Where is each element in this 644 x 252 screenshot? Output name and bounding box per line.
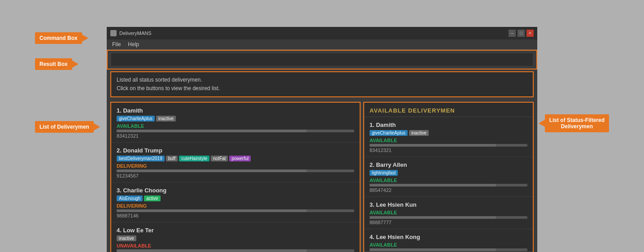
status-label: DELIVERING xyxy=(117,203,354,209)
deliveryman-name: 4. Lee Hsien Kong xyxy=(370,234,527,240)
phone-number: 98887146 xyxy=(117,213,354,218)
list-item[interactable]: 2. Barry AllenlightningfastAVAILABLE8854… xyxy=(364,157,533,197)
phone-number: 88887777 xyxy=(370,220,527,225)
tag: bestDeliveryman2019 xyxy=(117,156,165,161)
tags-row: inactive xyxy=(117,235,354,241)
right-panel-list: 1. DamithgiveCharlieAplusinactiveAVAILAB… xyxy=(364,117,533,252)
tag: inactive xyxy=(156,116,176,122)
menu-bar: File Help xyxy=(107,39,537,50)
annotation-result-box: Result Box xyxy=(35,58,72,70)
phone-number: 83412321 xyxy=(370,148,527,153)
menu-file[interactable]: File xyxy=(112,41,121,48)
annotation-filtered-list: List of Status-FilteredDeliverymen xyxy=(545,114,609,132)
result-line1: Listed all status sorted deliverymen. xyxy=(117,76,527,84)
tag: buff xyxy=(166,156,178,161)
result-line2: Click on the buttons to view the desired… xyxy=(117,84,527,93)
deliveryman-name: 1. Damith xyxy=(370,122,527,128)
phone-number: 88547422 xyxy=(370,187,527,193)
minimize-button[interactable]: ─ xyxy=(509,30,516,37)
status-label: AVAILABLE xyxy=(370,138,527,143)
progress-bar xyxy=(370,216,527,219)
main-area: 1. DamithgiveCharlieAplusinactiveAVAILAB… xyxy=(107,99,537,252)
status-label: DELIVERING xyxy=(117,163,354,169)
phone-number: 83412321 xyxy=(117,133,354,139)
maximize-button[interactable]: □ xyxy=(518,30,525,37)
progress-bar xyxy=(117,209,354,212)
status-label: AVAILABLE xyxy=(370,242,527,248)
app-window: DeliveryMANS ─ □ ✕ File Help Listed all … xyxy=(107,27,537,252)
title-bar: DeliveryMANS ─ □ ✕ xyxy=(107,27,537,39)
tag: AlsEnough xyxy=(117,196,143,201)
tags-row: lightningfast xyxy=(370,170,527,176)
tag: giveCharlieAplus xyxy=(117,116,155,122)
tag: giveCharlieAplus xyxy=(370,130,408,136)
progress-bar xyxy=(117,249,354,252)
annotation-list-deliverymen: List of Deliverymen xyxy=(35,121,94,133)
tag: powerful xyxy=(229,156,251,161)
status-label: UNAVAILABLE xyxy=(117,243,354,248)
deliveryman-name: 1. Damith xyxy=(117,107,354,114)
tag: lightningfast xyxy=(370,170,398,176)
list-item[interactable]: 2. Donald TrumpbestDeliveryman2019buffcu… xyxy=(111,143,360,182)
tag: notFat xyxy=(211,156,228,161)
annotation-command-box: Command Box xyxy=(35,32,82,44)
list-item[interactable]: 1. DamithgiveCharlieAplusinactiveAVAILAB… xyxy=(364,117,533,157)
status-label: AVAILABLE xyxy=(370,210,527,215)
phone-number: 91234567 xyxy=(117,173,354,178)
tags-row: giveCharlieAplusinactive xyxy=(370,130,527,136)
progress-bar xyxy=(370,184,527,187)
list-item[interactable]: 1. DamithgiveCharlieAplusinactiveAVAILAB… xyxy=(111,103,360,143)
progress-bar xyxy=(370,144,527,147)
command-input[interactable] xyxy=(111,53,533,66)
menu-help[interactable]: Help xyxy=(128,41,139,48)
right-panel: AVAILABLE DELIVERYMEN 1. DamithgiveCharl… xyxy=(363,102,534,252)
title-bar-left: DeliveryMANS xyxy=(110,30,152,36)
tag: active xyxy=(144,196,160,201)
list-item[interactable]: 4. Lee Hsien KongAVAILABLE88889999 xyxy=(364,229,533,252)
tag: inactive xyxy=(117,235,136,241)
close-button[interactable]: ✕ xyxy=(527,30,534,37)
progress-bar xyxy=(117,169,354,172)
tag: inactive xyxy=(409,130,429,136)
window-controls: ─ □ ✕ xyxy=(509,30,534,37)
deliveryman-name: 3. Charlie Choong xyxy=(117,187,354,194)
list-item[interactable]: 3. Charlie ChoongAlsEnoughactiveDELIVERI… xyxy=(111,182,360,222)
deliveryman-name: 4. Low Ee Ter xyxy=(117,227,354,234)
deliveryman-name: 3. Lee Hsien Kun xyxy=(370,201,527,208)
deliveryman-name: 2. Barry Allen xyxy=(370,161,527,168)
deliveryman-name: 2. Donald Trump xyxy=(117,147,354,154)
progress-bar xyxy=(370,248,527,251)
tags-row: AlsEnoughactive xyxy=(117,196,354,201)
tags-row: bestDeliveryman2019buffcuteHairstylenotF… xyxy=(117,156,354,161)
result-box: Listed all status sorted deliverymen. Cl… xyxy=(110,71,534,97)
left-panel: 1. DamithgiveCharlieAplusinactiveAVAILAB… xyxy=(110,102,361,252)
app-icon xyxy=(110,30,117,36)
status-label: AVAILABLE xyxy=(370,178,527,183)
tags-row: giveCharlieAplusinactive xyxy=(117,116,354,122)
progress-bar xyxy=(117,130,354,132)
list-item[interactable]: 3. Lee Hsien KunAVAILABLE88887777 xyxy=(364,197,533,229)
tag: cuteHairstyle xyxy=(179,156,209,161)
command-box xyxy=(107,50,537,70)
right-panel-title: AVAILABLE DELIVERYMEN xyxy=(364,103,533,117)
app-title: DeliveryMANS xyxy=(119,30,152,36)
list-item[interactable]: 4. Low Ee TerinactiveUNAVAILABLE99367862 xyxy=(111,222,360,252)
status-label: AVAILABLE xyxy=(117,123,354,129)
